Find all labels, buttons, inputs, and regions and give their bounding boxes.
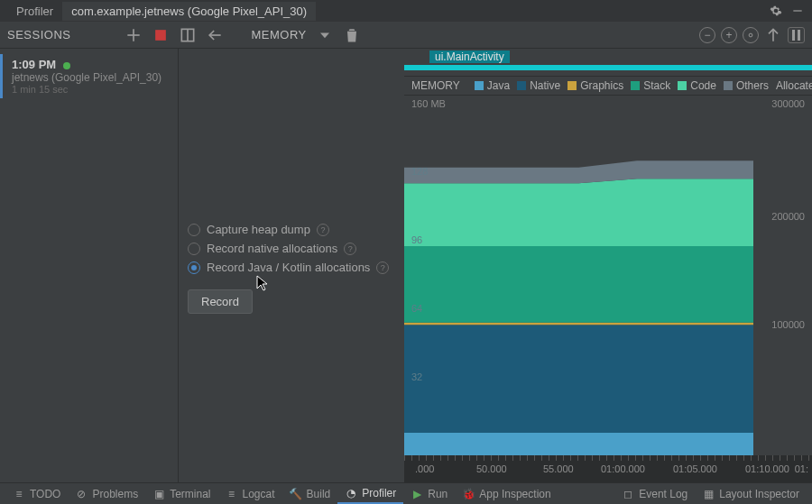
option-label: Record native allocations	[207, 242, 337, 255]
option-native-alloc[interactable]: Record native allocations ?	[188, 239, 395, 258]
mouse-cursor-icon	[256, 275, 269, 294]
activity-label: ui.MainActivity	[429, 50, 510, 63]
option-label: Capture heap dump	[207, 223, 310, 236]
legend-native: Native	[530, 79, 560, 92]
target-tab[interactable]: com.example.jetnews (Google Pixel_API_30…	[62, 2, 316, 21]
memory-stacked-chart[interactable]	[404, 96, 753, 455]
option-heap-dump[interactable]: Capture heap dump ?	[188, 220, 395, 239]
tool-build[interactable]: 🔨Build	[282, 483, 338, 504]
session-live-dot-icon	[63, 62, 70, 69]
zoom-in-icon[interactable]: +	[721, 27, 737, 43]
tool-window-bar: ≡TODO ⊘Problems ▣Terminal ≡Logcat 🔨Build…	[0, 482, 812, 504]
y-left-top: 160 MB	[411, 98, 446, 109]
radio-icon	[188, 224, 200, 236]
time-axis[interactable]: .000 50.000 55.000 01:00.000 01:05.000 0…	[404, 455, 812, 482]
radio-icon-selected	[188, 261, 200, 274]
main-content: 1:09 PM jetnews (Google Pixel_API_30) 1 …	[0, 49, 812, 482]
session-time: 1:09 PM	[12, 58, 56, 71]
zoom-out-icon[interactable]: −	[699, 27, 715, 43]
dropdown-chevron-icon[interactable]	[316, 26, 334, 44]
legend-stack: Stack	[643, 79, 670, 92]
svg-rect-3	[156, 30, 167, 41]
profiler-tab[interactable]: Profiler	[7, 2, 62, 21]
time-tick: 01:	[795, 463, 808, 474]
y-tick: 32	[411, 371, 422, 382]
add-session-icon[interactable]	[125, 26, 143, 44]
svg-point-8	[749, 33, 752, 37]
window-tab-bar: Profiler com.example.jetnews (Google Pix…	[0, 0, 812, 22]
option-label: Record Java / Kotlin allocations	[207, 261, 370, 274]
time-tick: 01:00.000	[601, 463, 645, 474]
time-tick: .000	[415, 463, 434, 474]
sessions-header: SESSIONS	[7, 28, 70, 41]
tool-app-inspection[interactable]: 🐞App Inspection	[455, 483, 558, 504]
help-icon[interactable]: ?	[317, 224, 329, 236]
record-button[interactable]: Record	[188, 289, 253, 314]
help-icon[interactable]: ?	[344, 243, 356, 255]
y-tick: 96	[411, 234, 422, 245]
time-tick: 01:05.000	[673, 463, 717, 474]
session-name: jetnews (Google Pixel_API_30)	[12, 71, 169, 84]
help-icon[interactable]: ?	[376, 261, 389, 274]
radio-icon	[188, 243, 200, 255]
y-tick: 64	[411, 303, 422, 314]
y-right-top: 300000	[771, 98, 805, 109]
pause-button[interactable]	[788, 27, 805, 43]
legend-prefix: MEMORY	[411, 79, 460, 92]
tool-terminal[interactable]: ▣Terminal	[145, 483, 217, 504]
time-tick: 55.000	[543, 463, 574, 474]
legend-graphics: Graphics	[580, 79, 623, 92]
y-right-q: 100000	[771, 319, 805, 330]
memory-legend: MEMORY Java Native Graphics Stack Code O…	[404, 76, 812, 96]
option-java-alloc[interactable]: Record Java / Kotlin allocations ?	[188, 258, 395, 277]
memory-options-panel: Capture heap dump ? Record native alloca…	[179, 49, 404, 482]
tool-layout-inspector[interactable]: ▦Layout Inspector	[695, 488, 807, 500]
profiler-toolbar: SESSIONS MEMORY − +	[0, 22, 812, 49]
tool-event-log[interactable]: ◻Event Log	[614, 488, 695, 500]
legend-java: Java	[487, 79, 510, 92]
y-right-mid: 200000	[771, 211, 805, 222]
tool-problems[interactable]: ⊘Problems	[68, 483, 145, 504]
stop-session-icon[interactable]	[152, 26, 170, 44]
gear-icon[interactable]	[769, 4, 783, 18]
tool-run[interactable]: ▶Run	[403, 483, 455, 504]
legend-allocated: Allocated	[776, 79, 812, 92]
tool-todo[interactable]: ≡TODO	[5, 483, 68, 504]
legend-code: Code	[690, 79, 716, 92]
live-attach-icon[interactable]	[764, 26, 782, 44]
tool-profiler[interactable]: ◔Profiler	[337, 483, 403, 504]
back-arrow-icon[interactable]	[206, 26, 224, 44]
time-tick: 50.000	[476, 463, 507, 474]
sessions-panel: 1:09 PM jetnews (Google Pixel_API_30) 1 …	[0, 49, 179, 482]
svg-marker-7	[320, 32, 329, 38]
session-item[interactable]: 1:09 PM jetnews (Google Pixel_API_30) 1 …	[0, 54, 178, 98]
tool-logcat[interactable]: ≡Logcat	[218, 483, 282, 504]
panel-toggle-icon[interactable]	[179, 26, 197, 44]
memory-chart-panel[interactable]: ui.MainActivity MEMORY Java Native Graph…	[404, 49, 812, 482]
y-tick: 128	[411, 166, 428, 177]
legend-others: Others	[736, 79, 769, 92]
trash-icon[interactable]	[343, 26, 361, 44]
zoom-fit-icon[interactable]	[743, 27, 759, 43]
minimize-icon[interactable]	[790, 4, 805, 18]
activity-timeline-bar	[404, 65, 812, 70]
time-tick: 01:10.000	[745, 463, 789, 474]
memory-dropdown-label[interactable]: MEMORY	[251, 28, 306, 41]
session-duration: 1 min 15 sec	[12, 84, 169, 95]
